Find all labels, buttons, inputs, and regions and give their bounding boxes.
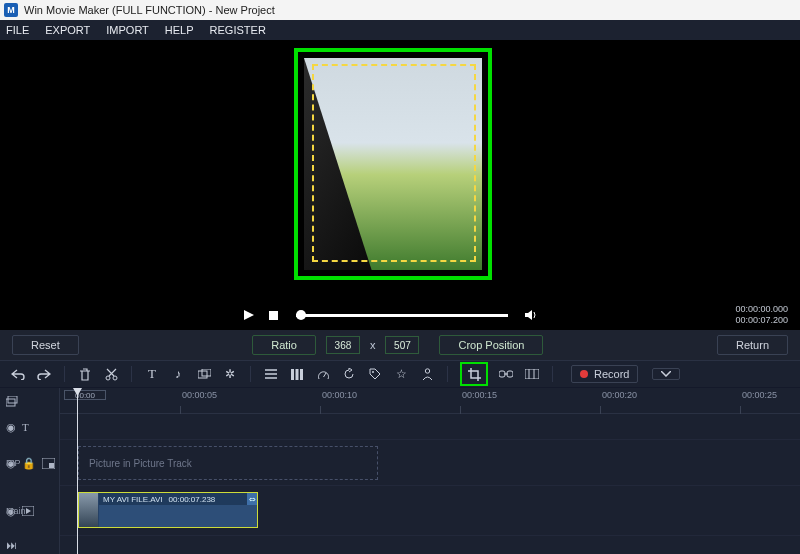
time-total: 00:00:07.200 xyxy=(718,315,788,326)
menu-help[interactable]: HELP xyxy=(165,24,194,36)
svg-line-10 xyxy=(323,373,326,377)
list-icon xyxy=(265,369,277,379)
play-icon xyxy=(244,310,254,320)
speed-button[interactable] xyxy=(315,366,331,382)
crop-button[interactable] xyxy=(466,366,482,382)
rotate-button[interactable] xyxy=(341,366,357,382)
svg-point-4 xyxy=(113,376,117,380)
ratio-button[interactable]: Ratio xyxy=(252,335,316,355)
stop-icon xyxy=(269,311,278,320)
crop-height-input[interactable] xyxy=(385,336,419,354)
track-header-end: ⏭ xyxy=(0,536,59,554)
star-button[interactable]: ☆ xyxy=(393,366,409,382)
pip-placeholder[interactable]: Picture in Picture Track xyxy=(78,446,378,480)
svg-marker-0 xyxy=(244,310,254,320)
skip-end-icon[interactable]: ⏭ xyxy=(6,539,17,551)
columns-button[interactable] xyxy=(289,366,305,382)
text-track[interactable] xyxy=(60,414,800,440)
record-button[interactable]: Record xyxy=(571,365,638,383)
main-track[interactable]: Main MY AVI FILE.AVI 00:00:07.238 ⇔ xyxy=(60,486,800,536)
crop-icon xyxy=(468,368,481,381)
person-button[interactable] xyxy=(419,366,435,382)
time-ruler[interactable]: 00:00 00:00:05 00:00:10 00:00:15 00:00:2… xyxy=(60,388,800,414)
main-menu: FILE EXPORT IMPORT HELP REGISTER xyxy=(0,20,800,40)
link-icon xyxy=(499,369,513,379)
seek-bar[interactable] xyxy=(296,314,508,317)
tracks-area[interactable]: 00:00 00:00:05 00:00:10 00:00:15 00:00:2… xyxy=(60,388,800,554)
trash-icon xyxy=(79,368,91,381)
ruler-tick: 00:00:10 xyxy=(322,390,357,400)
layers-icon xyxy=(6,396,19,407)
undo-icon xyxy=(11,368,25,380)
video-clip[interactable]: MY AVI FILE.AVI 00:00:07.238 ⇔ xyxy=(78,492,258,528)
layers-button[interactable] xyxy=(6,396,19,407)
reset-button[interactable]: Reset xyxy=(12,335,79,355)
eye-icon[interactable]: ◉ xyxy=(6,421,16,434)
time-current: 00:00:00.000 xyxy=(718,304,788,315)
menu-register[interactable]: REGISTER xyxy=(210,24,266,36)
clip-thumbnail xyxy=(79,493,99,527)
crop-tools-highlight xyxy=(460,362,488,386)
zoom-indicator[interactable]: 00:00 xyxy=(64,390,106,400)
text-button[interactable]: T xyxy=(144,366,160,382)
svg-point-11 xyxy=(372,371,374,373)
time-display: 00:00:00.000 00:00:07.200 xyxy=(718,304,788,326)
record-menu-button[interactable] xyxy=(652,368,680,380)
track-header-text: ◉ T xyxy=(0,414,59,440)
tag-button[interactable] xyxy=(367,366,383,382)
seek-knob[interactable] xyxy=(296,310,306,320)
pip-track[interactable]: PIP Picture in Picture Track xyxy=(60,440,800,486)
volume-button[interactable] xyxy=(524,308,538,322)
chevron-down-icon xyxy=(661,371,671,377)
menu-export[interactable]: EXPORT xyxy=(45,24,90,36)
crop-x-label: x xyxy=(370,339,376,351)
volume-icon xyxy=(525,310,537,320)
edit-toolbar: T ♪ ✲ ☆ Record xyxy=(0,360,800,388)
svg-rect-9 xyxy=(300,369,303,380)
menu-import[interactable]: IMPORT xyxy=(106,24,149,36)
stop-button[interactable] xyxy=(266,308,280,322)
rotate-icon xyxy=(343,368,355,380)
scissors-icon xyxy=(105,368,118,381)
cut-button[interactable] xyxy=(103,366,119,382)
person-icon xyxy=(422,368,433,380)
overlay-icon xyxy=(198,369,211,380)
link-button[interactable] xyxy=(498,366,514,382)
playback-bar: 00:00:00.000 00:00:07.200 xyxy=(0,300,800,330)
playhead[interactable] xyxy=(77,388,78,554)
svg-marker-2 xyxy=(525,310,532,320)
clip-resize-handle[interactable]: ⇔ xyxy=(247,493,257,505)
overlay-button[interactable] xyxy=(196,366,212,382)
svg-rect-16 xyxy=(525,369,539,379)
preview-highlight xyxy=(294,48,492,280)
undo-button[interactable] xyxy=(10,366,26,382)
redo-button[interactable] xyxy=(36,366,52,382)
delete-button[interactable] xyxy=(77,366,93,382)
crop-width-input[interactable] xyxy=(326,336,360,354)
pip-track-label: PIP xyxy=(0,458,60,468)
crop-position-button[interactable]: Crop Position xyxy=(439,335,543,355)
effects-button[interactable]: ✲ xyxy=(222,366,238,382)
play-button[interactable] xyxy=(242,308,256,322)
svg-rect-1 xyxy=(269,311,278,320)
ruler-tick: 00:00:15 xyxy=(462,390,497,400)
redo-icon xyxy=(37,368,51,380)
track-headers: ◉ T ◉ 🔒 ◉ ⏭ xyxy=(0,388,60,554)
text-track-icon: T xyxy=(22,421,29,433)
return-button[interactable]: Return xyxy=(717,335,788,355)
track-header-tools xyxy=(0,388,59,414)
filmstrip-button[interactable] xyxy=(524,366,540,382)
svg-rect-8 xyxy=(296,369,299,380)
preview-video-frame[interactable] xyxy=(304,58,482,270)
list-button[interactable] xyxy=(263,366,279,382)
window-titlebar: M Win Movie Maker (FULL FUNCTION) - New … xyxy=(0,0,800,20)
record-dot-icon xyxy=(580,370,588,378)
ruler-tick: 00:00:20 xyxy=(602,390,637,400)
record-label: Record xyxy=(594,368,629,380)
music-button[interactable]: ♪ xyxy=(170,366,186,382)
menu-file[interactable]: FILE xyxy=(6,24,29,36)
app-logo-icon: M xyxy=(4,3,18,17)
preview-panel xyxy=(0,40,800,300)
svg-point-3 xyxy=(106,376,110,380)
svg-rect-7 xyxy=(291,369,294,380)
